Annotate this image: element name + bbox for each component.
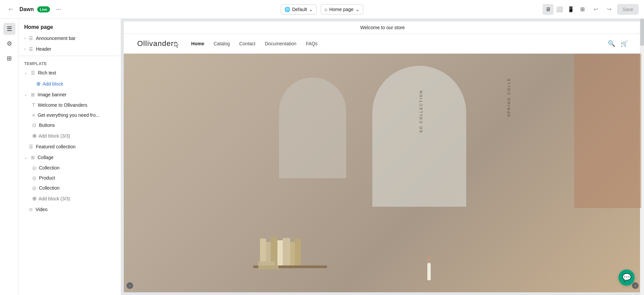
- rich-text-label: Rich text: [38, 70, 115, 76]
- globe-icon: 🌐: [284, 7, 290, 12]
- buttons-icon: ⊡: [32, 122, 36, 128]
- product-icon: ◎: [32, 175, 36, 181]
- vertical-text-1: SO COLLECTION: [419, 90, 423, 133]
- sidebar-item-video[interactable]: › ⊙ Video: [19, 204, 121, 215]
- chevron-right-icon: ›: [24, 36, 25, 41]
- redo-button[interactable]: ↪: [604, 4, 614, 15]
- sidebar-item-image-banner[interactable]: ⌄ ⊞ Image banner: [19, 89, 121, 100]
- icon-sidebar: ☰ ⚙ ⊞: [0, 19, 19, 295]
- chevron-down-icon-5: ⌄: [24, 155, 28, 160]
- store-nav: Ollivanders Home Catalog Contact Documen…: [124, 34, 641, 54]
- video-label: Video: [36, 207, 115, 212]
- app-name: Dawn: [19, 6, 34, 12]
- save-button[interactable]: Save: [617, 4, 639, 15]
- chevron-right-icon-2: ›: [24, 47, 25, 51]
- svg-rect-5: [283, 238, 290, 265]
- store-hero: SO COLLECTION SPRING COLLE: [124, 54, 641, 292]
- cart-icon[interactable]: 🛒: [621, 40, 628, 47]
- undo-button[interactable]: ↩: [590, 4, 601, 15]
- topbar-left: ← Dawn Live ···: [5, 4, 214, 15]
- welcome-label: Welcome to Ollivanders: [38, 102, 88, 108]
- apps-icon-button[interactable]: ⊞: [3, 52, 15, 64]
- tablet-view-button[interactable]: ⬜: [554, 4, 565, 15]
- sidebar-item-collection-1[interactable]: ◎ Collection: [19, 163, 121, 173]
- svg-rect-10: [427, 263, 431, 280]
- zoom-view-button[interactable]: ⊞: [577, 4, 588, 15]
- desktop-view-button[interactable]: 🖥: [543, 4, 553, 15]
- topbar: ← Dawn Live ··· 🌐 Default ⌄ ⌂ Home page …: [0, 0, 644, 19]
- svg-rect-9: [258, 261, 275, 265]
- vertical-text-2: SPRING COLLE: [507, 78, 511, 117]
- add-block-33-label: Add block (3/3): [39, 133, 70, 139]
- sidebar-item-collage[interactable]: ⌄ ⊞ Collage: [19, 152, 121, 163]
- collection-icon-2: ◎: [32, 185, 36, 191]
- arch-center: [372, 66, 466, 207]
- nav-home[interactable]: Home: [191, 41, 204, 46]
- chevron-down-icon: ⌄: [309, 7, 313, 12]
- nav-catalog[interactable]: Catalog: [214, 41, 230, 46]
- topbar-right: 🖥 ⬜ 📱 ⊞ ↩ ↪ Save: [430, 4, 639, 15]
- nav-contact[interactable]: Contact: [239, 41, 255, 46]
- live-badge: Live: [37, 6, 50, 12]
- panel-scroll: › ☰ Announcement bar › ☰ Header Template…: [19, 33, 121, 295]
- image-banner-label: Image banner: [38, 92, 115, 97]
- add-block-collage: ⊕ Add block (3/3): [19, 193, 121, 204]
- settings-icon-button[interactable]: ⚙: [3, 38, 15, 50]
- default-button[interactable]: 🌐 Default ⌄: [281, 4, 317, 14]
- add-block-rich-text[interactable]: ⊕ Add block: [19, 78, 121, 89]
- chevron-down-icon-3: ⌄: [24, 70, 28, 75]
- back-button[interactable]: ←: [5, 4, 16, 15]
- next-arrow[interactable]: ›: [632, 282, 639, 289]
- sidebar-item-announcement-bar[interactable]: › ☰ Announcement bar: [19, 33, 121, 44]
- plus-icon-gray: ⊕: [32, 133, 37, 139]
- sidebar-item-featured-collection[interactable]: › ☰ Featured collection: [19, 141, 121, 152]
- svg-rect-6: [290, 242, 295, 265]
- collection-2-label: Collection: [39, 185, 59, 191]
- topbar-center: 🌐 Default ⌄ ⌂ Home page ⌄: [218, 4, 426, 14]
- collection-icon-1: ◎: [32, 165, 36, 170]
- svg-point-11: [427, 263, 431, 264]
- section-icon: ☰: [29, 36, 33, 41]
- nav-faqs[interactable]: FAQs: [306, 41, 318, 46]
- product-label: Product: [39, 175, 55, 181]
- store-announcement: Welcome to our store: [124, 21, 641, 34]
- plus-icon: ⊕: [36, 81, 41, 87]
- sidebar-item-collection-2[interactable]: ◎ Collection: [19, 183, 121, 193]
- header-icon: ☰: [29, 46, 33, 52]
- add-block-33-collage-label: Add block (3/3): [39, 196, 70, 201]
- sidebar-item-rich-text[interactable]: ⌄ ☰ Rich text: [19, 67, 121, 78]
- svg-rect-8: [258, 265, 278, 269]
- video-icon: ⊙: [29, 207, 33, 212]
- sidebar-item-header[interactable]: › ☰ Header: [19, 44, 121, 54]
- main-layout: ☰ ⚙ ⊞ Home page › ☰ Announcement bar › ☰…: [0, 19, 644, 295]
- mobile-view-button[interactable]: 📱: [566, 4, 576, 15]
- text-icon: T: [32, 102, 35, 108]
- search-icon[interactable]: 🔍: [608, 40, 615, 47]
- arch-right: [574, 54, 641, 208]
- nav-documentation[interactable]: Documentation: [265, 41, 296, 46]
- svg-rect-3: [271, 237, 277, 265]
- home-label: Home page: [329, 7, 354, 12]
- featured-collection-label: Featured collection: [36, 144, 115, 149]
- plus-icon-gray-2: ⊕: [32, 195, 37, 202]
- home-page-button[interactable]: ⌂ Home page ⌄: [321, 4, 363, 14]
- add-block-banner: ⊕ Add block (3/3): [19, 130, 121, 141]
- sidebar-item-get-everything[interactable]: ≡ Get everything you need fro...: [19, 110, 121, 120]
- candle-decorative: [424, 253, 434, 280]
- prev-arrow[interactable]: ‹: [126, 282, 133, 289]
- sidebar-item-product[interactable]: ◎ Product: [19, 173, 121, 183]
- featured-collection-icon: ☰: [29, 144, 33, 149]
- chevron-down-icon-4: ⌄: [24, 92, 28, 97]
- hero-bg: SO COLLECTION SPRING COLLE: [124, 54, 641, 292]
- sidebar-item-welcome-title[interactable]: T Welcome to Ollivanders: [19, 100, 121, 110]
- collage-icon: ⊞: [31, 155, 35, 160]
- collection-1-label: Collection: [39, 165, 59, 170]
- more-button[interactable]: ···: [53, 4, 64, 15]
- sidebar-item-buttons[interactable]: ⊡ Buttons: [19, 120, 121, 130]
- chat-bubble-button[interactable]: 💬: [619, 269, 635, 286]
- image-banner-icon: ⊞: [31, 92, 35, 97]
- preview-area: Welcome to our store Ollivanders Home Ca…: [121, 19, 644, 295]
- chevron-down-icon-2: ⌄: [356, 7, 360, 12]
- pages-icon-button[interactable]: ☰: [3, 23, 15, 35]
- svg-rect-4: [277, 240, 283, 265]
